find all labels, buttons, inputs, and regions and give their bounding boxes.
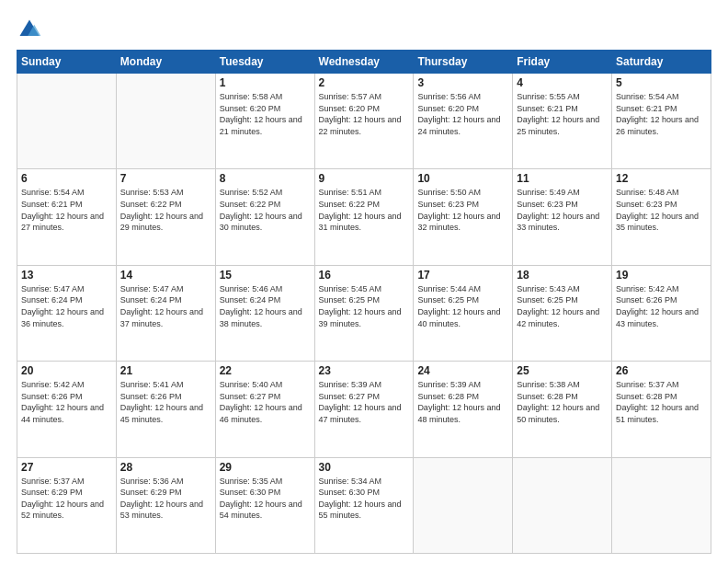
day-info: Sunrise: 5:45 AM Sunset: 6:25 PM Dayligh… — [319, 283, 410, 329]
day-number: 4 — [517, 76, 608, 89]
day-number: 26 — [616, 364, 707, 377]
day-number: 19 — [616, 269, 707, 282]
calendar-cell: 4Sunrise: 5:55 AM Sunset: 6:21 PM Daylig… — [513, 74, 612, 169]
day-info: Sunrise: 5:36 AM Sunset: 6:29 PM Dayligh… — [120, 476, 211, 522]
day-info: Sunrise: 5:56 AM Sunset: 6:20 PM Dayligh… — [417, 91, 508, 137]
day-number: 13 — [21, 269, 112, 282]
day-info: Sunrise: 5:40 AM Sunset: 6:27 PM Dayligh… — [220, 379, 311, 425]
calendar-cell — [116, 74, 215, 169]
calendar-cell: 1Sunrise: 5:58 AM Sunset: 6:20 PM Daylig… — [215, 74, 314, 169]
weekday-row: SundayMondayTuesdayWednesdayThursdayFrid… — [17, 51, 711, 74]
day-info: Sunrise: 5:54 AM Sunset: 6:21 PM Dayligh… — [21, 187, 112, 233]
day-number: 11 — [517, 172, 608, 185]
day-info: Sunrise: 5:57 AM Sunset: 6:20 PM Dayligh… — [319, 91, 410, 137]
calendar-cell — [612, 457, 711, 553]
calendar-cell: 10Sunrise: 5:50 AM Sunset: 6:23 PM Dayli… — [414, 169, 513, 265]
day-number: 18 — [517, 269, 608, 282]
weekday-header: Wednesday — [314, 51, 414, 74]
day-info: Sunrise: 5:51 AM Sunset: 6:22 PM Dayligh… — [319, 187, 410, 233]
calendar-cell: 17Sunrise: 5:44 AM Sunset: 6:25 PM Dayli… — [414, 265, 513, 361]
calendar-cell: 21Sunrise: 5:41 AM Sunset: 6:26 PM Dayli… — [116, 362, 215, 457]
day-info: Sunrise: 5:39 AM Sunset: 6:28 PM Dayligh… — [417, 379, 508, 425]
day-number: 12 — [616, 172, 707, 185]
day-info: Sunrise: 5:49 AM Sunset: 6:23 PM Dayligh… — [517, 187, 608, 233]
day-info: Sunrise: 5:41 AM Sunset: 6:26 PM Dayligh… — [120, 379, 211, 425]
day-info: Sunrise: 5:50 AM Sunset: 6:23 PM Dayligh… — [417, 187, 508, 233]
calendar-cell: 24Sunrise: 5:39 AM Sunset: 6:28 PM Dayli… — [414, 362, 513, 457]
calendar-cell: 26Sunrise: 5:37 AM Sunset: 6:28 PM Dayli… — [612, 362, 711, 457]
day-number: 9 — [319, 172, 410, 185]
day-number: 23 — [319, 364, 410, 377]
day-info: Sunrise: 5:55 AM Sunset: 6:21 PM Dayligh… — [517, 91, 608, 137]
header — [17, 17, 711, 42]
day-info: Sunrise: 5:46 AM Sunset: 6:24 PM Dayligh… — [220, 283, 311, 329]
weekday-header: Thursday — [414, 51, 513, 74]
day-number: 1 — [220, 76, 311, 89]
calendar-cell: 29Sunrise: 5:35 AM Sunset: 6:30 PM Dayli… — [215, 457, 314, 553]
day-info: Sunrise: 5:34 AM Sunset: 6:30 PM Dayligh… — [319, 476, 410, 522]
day-number: 21 — [120, 364, 211, 377]
weekday-header: Sunday — [17, 51, 117, 74]
calendar-week: 1Sunrise: 5:58 AM Sunset: 6:20 PM Daylig… — [17, 74, 711, 169]
day-number: 28 — [120, 461, 211, 474]
calendar-cell: 12Sunrise: 5:48 AM Sunset: 6:23 PM Dayli… — [612, 169, 711, 265]
calendar-cell — [17, 74, 117, 169]
day-info: Sunrise: 5:43 AM Sunset: 6:25 PM Dayligh… — [517, 283, 608, 329]
day-number: 16 — [319, 269, 410, 282]
day-number: 14 — [120, 269, 211, 282]
day-info: Sunrise: 5:38 AM Sunset: 6:28 PM Dayligh… — [517, 379, 608, 425]
calendar-cell: 6Sunrise: 5:54 AM Sunset: 6:21 PM Daylig… — [17, 169, 117, 265]
calendar-header: SundayMondayTuesdayWednesdayThursdayFrid… — [17, 51, 711, 74]
day-info: Sunrise: 5:44 AM Sunset: 6:25 PM Dayligh… — [417, 283, 508, 329]
day-number: 10 — [417, 172, 508, 185]
day-number: 27 — [21, 461, 112, 474]
day-info: Sunrise: 5:42 AM Sunset: 6:26 PM Dayligh… — [21, 379, 112, 425]
logo-icon — [17, 17, 42, 42]
day-number: 6 — [21, 172, 112, 185]
day-number: 5 — [616, 76, 707, 89]
calendar-cell: 3Sunrise: 5:56 AM Sunset: 6:20 PM Daylig… — [414, 74, 513, 169]
day-info: Sunrise: 5:37 AM Sunset: 6:28 PM Dayligh… — [616, 379, 707, 425]
calendar-cell: 20Sunrise: 5:42 AM Sunset: 6:26 PM Dayli… — [17, 362, 117, 457]
day-number: 3 — [417, 76, 508, 89]
day-info: Sunrise: 5:47 AM Sunset: 6:24 PM Dayligh… — [120, 283, 211, 329]
calendar-cell: 15Sunrise: 5:46 AM Sunset: 6:24 PM Dayli… — [215, 265, 314, 361]
calendar-cell: 13Sunrise: 5:47 AM Sunset: 6:24 PM Dayli… — [17, 265, 117, 361]
calendar-cell: 9Sunrise: 5:51 AM Sunset: 6:22 PM Daylig… — [314, 169, 414, 265]
calendar-cell: 30Sunrise: 5:34 AM Sunset: 6:30 PM Dayli… — [314, 457, 414, 553]
calendar-cell: 16Sunrise: 5:45 AM Sunset: 6:25 PM Dayli… — [314, 265, 414, 361]
weekday-header: Saturday — [612, 51, 711, 74]
calendar-cell: 5Sunrise: 5:54 AM Sunset: 6:21 PM Daylig… — [612, 74, 711, 169]
day-number: 17 — [417, 269, 508, 282]
day-info: Sunrise: 5:47 AM Sunset: 6:24 PM Dayligh… — [21, 283, 112, 329]
weekday-header: Monday — [116, 51, 215, 74]
calendar-cell: 19Sunrise: 5:42 AM Sunset: 6:26 PM Dayli… — [612, 265, 711, 361]
weekday-header: Friday — [513, 51, 612, 74]
calendar-week: 13Sunrise: 5:47 AM Sunset: 6:24 PM Dayli… — [17, 265, 711, 361]
page: SundayMondayTuesdayWednesdayThursdayFrid… — [0, 0, 728, 563]
calendar: SundayMondayTuesdayWednesdayThursdayFrid… — [17, 50, 711, 554]
day-number: 30 — [319, 461, 410, 474]
weekday-header: Tuesday — [215, 51, 314, 74]
calendar-cell: 27Sunrise: 5:37 AM Sunset: 6:29 PM Dayli… — [17, 457, 117, 553]
day-number: 8 — [220, 172, 311, 185]
day-number: 15 — [220, 269, 311, 282]
day-info: Sunrise: 5:58 AM Sunset: 6:20 PM Dayligh… — [220, 91, 311, 137]
calendar-cell: 25Sunrise: 5:38 AM Sunset: 6:28 PM Dayli… — [513, 362, 612, 457]
day-number: 25 — [517, 364, 608, 377]
calendar-week: 20Sunrise: 5:42 AM Sunset: 6:26 PM Dayli… — [17, 362, 711, 457]
day-number: 20 — [21, 364, 112, 377]
day-info: Sunrise: 5:54 AM Sunset: 6:21 PM Dayligh… — [616, 91, 707, 137]
day-number: 7 — [120, 172, 211, 185]
logo — [17, 17, 46, 42]
day-number: 29 — [220, 461, 311, 474]
calendar-week: 6Sunrise: 5:54 AM Sunset: 6:21 PM Daylig… — [17, 169, 711, 265]
day-number: 24 — [417, 364, 508, 377]
calendar-cell: 11Sunrise: 5:49 AM Sunset: 6:23 PM Dayli… — [513, 169, 612, 265]
day-info: Sunrise: 5:39 AM Sunset: 6:27 PM Dayligh… — [319, 379, 410, 425]
calendar-cell: 22Sunrise: 5:40 AM Sunset: 6:27 PM Dayli… — [215, 362, 314, 457]
day-info: Sunrise: 5:53 AM Sunset: 6:22 PM Dayligh… — [120, 187, 211, 233]
calendar-cell: 28Sunrise: 5:36 AM Sunset: 6:29 PM Dayli… — [116, 457, 215, 553]
day-info: Sunrise: 5:52 AM Sunset: 6:22 PM Dayligh… — [220, 187, 311, 233]
day-number: 22 — [220, 364, 311, 377]
